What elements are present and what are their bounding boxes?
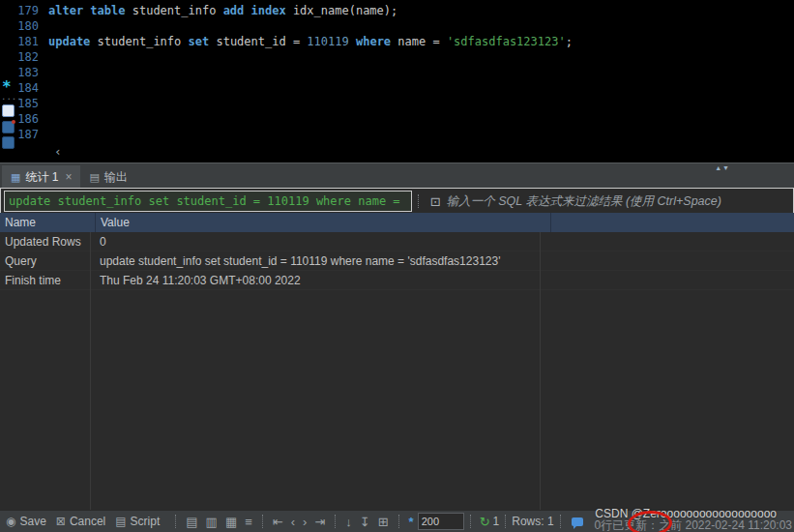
splitter-arrows-icon[interactable]: ▲▼	[715, 164, 730, 171]
table-icon: ▦	[11, 171, 20, 184]
cell-name: Finish time	[0, 274, 95, 287]
cell-value: Thu Feb 24 11:20:03 GMT+08:00 2022	[95, 274, 549, 287]
sql-editor[interactable]: 179alter table student_info add index id…	[0, 0, 794, 165]
tab-output-label: 输出	[104, 169, 128, 186]
script-label: Script	[131, 515, 161, 528]
code-line[interactable]: 181update student_info set student_id = …	[0, 34, 794, 49]
column-header-name[interactable]: Name	[0, 213, 96, 232]
tab-output[interactable]: ▤ 输出	[80, 165, 135, 189]
code-line[interactable]: 186	[0, 111, 794, 127]
console-icon[interactable]	[2, 136, 15, 149]
save-button[interactable]: ◉ Save	[6, 515, 46, 528]
fetch-size-icon: *	[409, 515, 414, 529]
more-dots-icon: ....	[1, 89, 22, 104]
refresh-icon[interactable]: ↻	[480, 515, 490, 529]
cell-value: update student_info set student_id = 110…	[95, 254, 549, 268]
code-line[interactable]: 179alter table student_info add index id…	[0, 3, 794, 18]
expand-filter-icon[interactable]: ⊡	[430, 194, 441, 209]
table-row[interactable]: Queryupdate student_info set student_id …	[0, 251, 794, 271]
fetch-all-icon[interactable]: ↧	[360, 515, 370, 529]
code-text: alter table student_info add index idx_n…	[48, 3, 397, 18]
save-label: Save	[19, 515, 45, 528]
result-table-body: Updated Rows0Queryupdate student_info se…	[0, 232, 794, 290]
separator	[560, 515, 561, 528]
tab-statistics[interactable]: ▦ 统计 1 ×	[2, 165, 80, 189]
line-number: 182	[0, 49, 48, 65]
column-divider[interactable]	[540, 232, 541, 511]
table-row[interactable]: Finish timeThu Feb 24 11:20:03 GMT+08:00…	[0, 271, 794, 290]
message-icon[interactable]	[572, 517, 583, 526]
cancel-button[interactable]: ⊠ Cancel	[56, 515, 105, 528]
separator	[418, 194, 419, 208]
panel-grid-icon[interactable]: ▦	[225, 515, 237, 529]
bookmark-icon[interactable]	[2, 121, 15, 133]
line-number: 180	[0, 18, 48, 34]
script-button[interactable]: ▤ Script	[115, 515, 160, 528]
script-icon: ▤	[115, 515, 126, 528]
rows-count-label: Rows: 1	[512, 515, 553, 528]
table-row[interactable]: Updated Rows0	[0, 232, 794, 251]
separator	[505, 515, 506, 528]
next-row-icon[interactable]: ›	[303, 515, 307, 529]
result-toolbar: ◉ Save ⊠ Cancel ▤ Script ▤ ▥ ▦ ≡ ⇤ ‹ › ⇥…	[0, 510, 794, 532]
last-row-icon[interactable]: ⇥	[314, 515, 325, 529]
separator	[335, 515, 336, 528]
export-icon[interactable]: ⊞	[378, 515, 389, 529]
code-line[interactable]: 184	[0, 80, 794, 96]
tab-statistics-label: 统计 1	[25, 169, 58, 186]
column-header-value[interactable]: Value	[96, 213, 551, 232]
code-line[interactable]: 183	[0, 65, 794, 80]
cancel-icon: ⊠	[56, 515, 66, 528]
separator	[470, 515, 471, 528]
fetch-next-icon[interactable]: ↓	[345, 515, 352, 529]
separator	[175, 515, 176, 528]
prev-row-icon[interactable]: ‹	[291, 515, 295, 529]
cell-name: Updated Rows	[0, 235, 95, 249]
line-number: 179	[0, 3, 48, 18]
first-row-icon[interactable]: ⇤	[273, 515, 283, 529]
close-icon[interactable]: ×	[65, 170, 72, 184]
table-header-row: Name Value	[0, 213, 794, 232]
cancel-label: Cancel	[70, 515, 105, 528]
panel-filter-icon[interactable]: ▤	[186, 515, 197, 529]
refresh-count: 1	[493, 515, 500, 528]
code-line[interactable]: 185	[0, 96, 794, 111]
status-message: 0行已更新：之前 2022-02-24 11:20:03	[594, 517, 792, 532]
panel-calc-icon[interactable]: ▥	[206, 515, 218, 529]
filter-value[interactable]: update student_info set student_id = 110…	[4, 191, 412, 212]
line-number: 181	[0, 34, 48, 49]
fetch-size-input[interactable]	[418, 513, 464, 530]
result-table: Name Value Updated Rows0Queryupdate stud…	[0, 213, 794, 511]
result-tabbar: ▦ 统计 1 × ▤ 输出 ▲▼	[0, 163, 794, 189]
save-icon: ◉	[6, 515, 15, 528]
separator	[262, 515, 263, 528]
cell-value: 0	[95, 235, 549, 249]
panel-meta-icon[interactable]: ≡	[245, 515, 252, 529]
code-line[interactable]: 180	[0, 18, 794, 34]
column-divider[interactable]	[90, 232, 91, 511]
scroll-left-icon[interactable]: ‹	[54, 144, 62, 160]
sql-file-icon[interactable]	[2, 104, 15, 117]
separator	[398, 515, 399, 528]
result-filter-bar[interactable]: update student_info set student_id = 110…	[0, 188, 794, 215]
filter-hint: 输入一个 SQL 表达式来过滤结果 (使用 Ctrl+Space)	[447, 193, 721, 210]
cell-name: Query	[0, 254, 95, 268]
code-text: update student_info set student_id = 110…	[48, 34, 573, 49]
code-line[interactable]: 187	[0, 127, 794, 142]
code-line[interactable]: 182	[0, 49, 794, 65]
editor-code: 179alter table student_info add index id…	[0, 3, 794, 142]
output-icon: ▤	[89, 171, 99, 184]
